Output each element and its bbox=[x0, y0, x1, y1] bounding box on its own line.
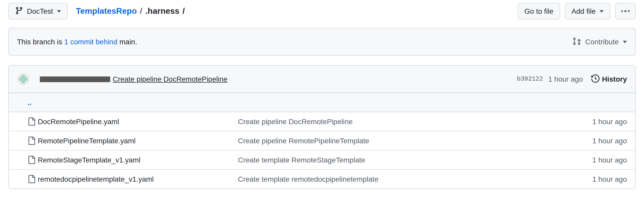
file-age: 1 hour ago bbox=[592, 156, 627, 164]
table-row[interactable]: RemotePipelineTemplate.yaml Create pipel… bbox=[9, 131, 635, 150]
history-label: History bbox=[602, 75, 627, 83]
kebab-horizontal-icon bbox=[621, 10, 623, 12]
branch-status-before: This branch is bbox=[17, 38, 62, 46]
latest-commit-message[interactable]: Create pipeline DocRemotePipeline bbox=[113, 75, 228, 83]
commit-sha-link[interactable]: b392122 bbox=[517, 75, 543, 83]
kebab-horizontal-icon bbox=[628, 10, 630, 12]
triangle-down-icon bbox=[599, 10, 603, 12]
file-name-link[interactable]: remotedocpipelinetemplate_v1.yaml bbox=[38, 175, 154, 183]
breadcrumb: TemplatesRepo / .harness / bbox=[76, 6, 185, 16]
file-age: 1 hour ago bbox=[592, 117, 627, 126]
file-name-link[interactable]: RemotePipelineTemplate.yaml bbox=[38, 137, 136, 145]
commits-behind-link[interactable]: 1 commit behind bbox=[64, 38, 117, 46]
file-icon bbox=[27, 137, 36, 145]
branch-selector-button[interactable]: DocTest bbox=[8, 3, 68, 19]
latest-commit-header: Create pipeline DocRemotePipeline b39212… bbox=[9, 66, 635, 93]
latest-commit-meta: b392122 1 hour ago History bbox=[517, 74, 627, 84]
file-browser: Create pipeline DocRemotePipeline b39212… bbox=[8, 65, 636, 189]
file-icon bbox=[27, 175, 36, 183]
go-to-file-button[interactable]: Go to file bbox=[518, 3, 560, 19]
branch-status-after: main. bbox=[119, 38, 137, 46]
add-file-label: Add file bbox=[572, 7, 596, 15]
file-age: 1 hour ago bbox=[592, 137, 627, 145]
triangle-down-icon bbox=[623, 40, 627, 43]
contribute-label: Contribute bbox=[585, 38, 619, 46]
branch-status-text: This branch is 1 commit behind main. bbox=[17, 38, 137, 46]
committer-avatar[interactable] bbox=[17, 73, 29, 85]
file-commit-message-link[interactable]: Create template remotedocpipelinetemplat… bbox=[238, 175, 378, 183]
triangle-down-icon bbox=[57, 10, 61, 12]
add-file-button[interactable]: Add file bbox=[565, 3, 610, 19]
branch-status-banner: This branch is 1 commit behind main. Con… bbox=[8, 28, 636, 56]
file-commit-message-link[interactable]: Create pipeline RemotePipelineTemplate bbox=[238, 137, 369, 145]
file-icon bbox=[27, 117, 36, 126]
file-commit-message-link[interactable]: Create template RemoteStageTemplate bbox=[238, 156, 365, 164]
branch-selector-label: DocTest bbox=[27, 7, 53, 15]
contribute-button[interactable]: Contribute bbox=[573, 37, 627, 47]
kebab-horizontal-icon bbox=[624, 10, 626, 12]
git-pull-request-icon bbox=[573, 37, 581, 47]
breadcrumb-current-dir: .harness bbox=[145, 6, 179, 16]
table-row[interactable]: DocRemotePipeline.yaml Create pipeline D… bbox=[9, 112, 635, 131]
go-to-file-label: Go to file bbox=[525, 7, 553, 15]
table-row[interactable]: remotedocpipelinetemplate_v1.yaml Create… bbox=[9, 169, 635, 188]
file-name-link[interactable]: RemoteStageTemplate_v1.yaml bbox=[38, 156, 140, 164]
file-age: 1 hour ago bbox=[592, 175, 627, 183]
file-name-link[interactable]: DocRemotePipeline.yaml bbox=[38, 117, 119, 126]
file-commit-message-link[interactable]: Create pipeline DocRemotePipeline bbox=[238, 117, 353, 126]
repo-file-browser-page: DocTest TemplatesRepo / .harness / Go to… bbox=[0, 3, 644, 198]
breadcrumb-trailing-separator: / bbox=[183, 6, 185, 16]
history-button[interactable]: History bbox=[591, 74, 627, 84]
table-row[interactable]: RemoteStageTemplate_v1.yaml Create templ… bbox=[9, 150, 635, 169]
topbar-actions: Go to file Add file bbox=[518, 3, 636, 19]
commit-time: 1 hour ago bbox=[548, 75, 583, 83]
parent-directory-link[interactable]: .. bbox=[27, 98, 32, 107]
parent-directory-row[interactable]: .. bbox=[9, 93, 635, 112]
breadcrumb-separator: / bbox=[140, 6, 142, 16]
breadcrumb-repo-link[interactable]: TemplatesRepo bbox=[76, 6, 137, 16]
file-icon bbox=[27, 156, 36, 164]
more-options-button[interactable] bbox=[615, 3, 636, 19]
redacted-username bbox=[40, 76, 110, 82]
git-branch-icon bbox=[15, 6, 23, 16]
history-clock-icon bbox=[591, 74, 600, 84]
file-navigation-bar: DocTest TemplatesRepo / .harness / Go to… bbox=[8, 3, 636, 19]
